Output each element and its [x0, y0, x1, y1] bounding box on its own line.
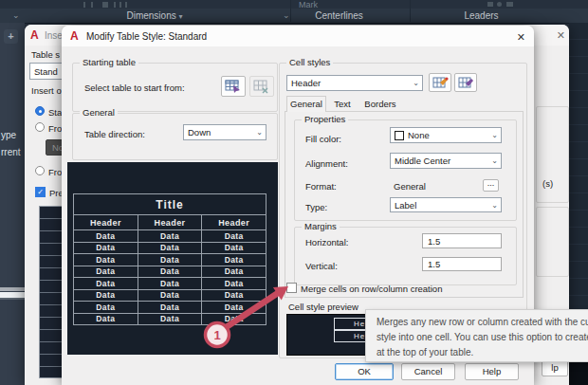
help-button[interactable]: Help	[465, 363, 519, 380]
data-cell: Data	[74, 290, 138, 302]
general-group: General Table direction: Down ⌄	[72, 113, 278, 160]
table-row: DataDataData	[74, 314, 266, 325]
general-tab-panel: Properties Fill color: None ⌄ Alignment:…	[285, 111, 524, 298]
toolbar-icon	[91, 2, 93, 8]
s-label: (s)	[542, 178, 553, 189]
table-direction-label: Table direction:	[84, 129, 145, 139]
caret-down-icon: ⌄	[491, 131, 498, 139]
fill-color-select[interactable]: None ⌄	[390, 127, 502, 143]
table-direction-select[interactable]: Down ⌄	[183, 124, 266, 140]
new-tab-button[interactable]: +	[4, 29, 18, 44]
create-cell-style-button[interactable]	[429, 73, 451, 92]
tooltip-line: style into one cell. You can use this op…	[377, 330, 588, 345]
data-cell: Data	[74, 230, 138, 242]
ribbon-panel-leaders[interactable]: Leaders	[436, 10, 526, 21]
autocad-logo-icon: A	[70, 30, 79, 43]
caret-down-icon: ⌄	[413, 79, 419, 87]
fill-color-label: Fill color:	[305, 134, 341, 144]
data-cell: Data	[202, 302, 266, 313]
format-value: General	[394, 181, 426, 192]
data-cell: Data	[138, 230, 203, 242]
cell-style-select[interactable]: Header ⌄	[286, 75, 423, 91]
caret-down-icon: ▾	[179, 12, 183, 21]
data-cell: Data	[74, 266, 138, 278]
data-cell: Data	[202, 243, 266, 254]
panel-launcher-icon[interactable]: ⌄	[12, 11, 20, 20]
cell-style-value: Header	[291, 78, 321, 88]
data-cell: Data	[138, 290, 203, 302]
horizontal-input[interactable]: 1.5	[422, 233, 502, 248]
data-cell: Data	[202, 314, 266, 325]
direction-value: Down	[188, 127, 211, 138]
data-cell: Data	[138, 302, 203, 313]
type-select[interactable]: Label ⌄	[390, 197, 502, 212]
data-cell: Data	[202, 290, 266, 302]
toolbar-icon	[114, 2, 116, 8]
select-table-button[interactable]	[221, 76, 246, 97]
remove-table-button[interactable]	[249, 76, 274, 97]
manage-cell-styles-button[interactable]	[454, 73, 477, 92]
starting-table-group: Starting table Select table to start fro…	[72, 63, 278, 112]
table-select-icon	[225, 80, 242, 94]
vertical-label: Vertical:	[305, 261, 338, 271]
vertical-input[interactable]: 1.5	[422, 257, 502, 271]
merge-cells-tooltip: Merges any new row or column created wit…	[365, 309, 588, 362]
tab-borders[interactable]: Borders	[358, 97, 402, 112]
group-legend: Margins	[302, 221, 340, 231]
toolbar-icon	[83, 2, 85, 8]
radio-from-data-link[interactable]	[35, 122, 45, 132]
autocad-screen: ⌄ ⌄ Mark Dimensions ▾ Centerlines Leader…	[0, 0, 588, 385]
cancel-button[interactable]: Cancel	[401, 363, 455, 380]
toolbar-icon	[497, 2, 502, 7]
insert-options-label: Insert o	[31, 85, 62, 96]
group-legend: Cell styles	[286, 57, 333, 67]
close-icon[interactable]: ✕	[517, 32, 525, 43]
panel-label: Dimensions	[126, 10, 175, 21]
toolbar-icon	[102, 2, 108, 8]
data-cell: Data	[202, 230, 266, 242]
data-cell: Data	[138, 266, 203, 278]
table-row: DataDataData	[74, 290, 266, 302]
preview-table-rows: DataDataDataDataDataDataDataDataDataData…	[74, 230, 266, 324]
radio-data-label: Fro	[48, 167, 62, 177]
alignment-select[interactable]: Middle Center ⌄	[390, 153, 502, 169]
tooltip-line: Merges any new row or column created wit…	[377, 315, 588, 330]
table-row: DataDataData	[74, 266, 266, 279]
toolbar-icon	[487, 2, 493, 7]
table-row: DataDataData	[74, 230, 266, 243]
preview-checkbox[interactable]: ✓	[35, 187, 46, 197]
ribbon-button-mark[interactable]: Mark	[289, 0, 327, 9]
format-label: Format:	[305, 181, 337, 192]
margins-group: Margins Horizontal: 1.5 Vertical: 1.5	[294, 227, 517, 285]
data-cell: Data	[74, 314, 138, 325]
tab-general[interactable]: General	[286, 96, 326, 112]
merge-cells-checkbox[interactable]	[286, 283, 297, 293]
group-legend: General	[80, 107, 118, 118]
cell-style-preview-label: Cell style preview	[288, 302, 358, 312]
divider-bar	[0, 298, 25, 300]
panel-launcher-icon[interactable]: ⌄	[283, 11, 290, 20]
color-swatch	[395, 131, 404, 140]
radio-start-from-empty[interactable]	[35, 106, 45, 116]
autocad-logo-icon: A	[30, 29, 39, 42]
radio-from-object-data[interactable]	[35, 166, 45, 175]
ok-button[interactable]: OK	[335, 363, 394, 380]
tab-text[interactable]: Text	[328, 97, 357, 112]
table-row: DataDataData	[74, 243, 266, 255]
ribbon-panel-centerlines[interactable]: Centerlines	[294, 10, 384, 21]
data-cell: Data	[74, 302, 138, 313]
ribbon-panel-dimensions[interactable]: Dimensions ▾	[117, 10, 193, 21]
data-cell: Data	[74, 243, 138, 254]
header-cell: Header	[74, 215, 138, 229]
select-table-label: Select table to start from:	[84, 82, 185, 93]
preview-header-row: HeaderHeaderHeader	[74, 215, 266, 230]
toolbar-icon	[125, 2, 127, 8]
preview-table: Title HeaderHeaderHeader DataDataDataDat…	[73, 193, 266, 325]
divider-bar	[0, 287, 25, 291]
close-icon[interactable]: ✕	[557, 30, 565, 41]
group-box-fragment	[536, 207, 569, 277]
fill-color-value: None	[408, 130, 430, 140]
caret-down-icon: ⌄	[491, 201, 498, 210]
format-ellipsis-button[interactable]: ...	[483, 179, 499, 192]
caret-down-icon: ⌄	[256, 128, 263, 137]
